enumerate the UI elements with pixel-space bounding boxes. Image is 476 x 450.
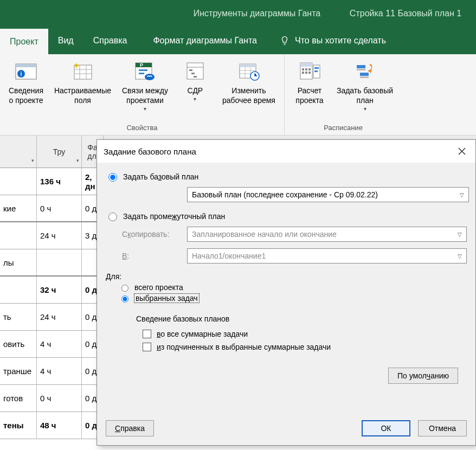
radio-label: Задать промежуточный план [123, 212, 225, 221]
chevron-down-icon: ▾ [144, 105, 146, 112]
tell-me[interactable]: Что вы хотите сделать [273, 27, 393, 54]
cell [0, 222, 37, 249]
cmd-label: Задать базовый план [337, 86, 393, 105]
tab-view[interactable]: Вид [48, 27, 83, 54]
into-combo[interactable]: Начало1/окончание1 ▽ [187, 248, 467, 263]
info-icon: i [15, 60, 37, 82]
cell: транше [0, 358, 37, 384]
svg-rect-23 [302, 72, 304, 74]
into-label: В: [122, 252, 182, 260]
combo-value: Начало1/окончание1 [192, 252, 266, 260]
cmd-label: Изменить рабочее время [222, 86, 275, 105]
help-button[interactable]: Справка [106, 420, 154, 436]
calendar-clock-icon [237, 60, 260, 82]
cmd-label: Расчет проекта [295, 86, 323, 105]
document-title: Стройка 11 Базовый план 1 [335, 9, 476, 18]
radio-set-interim[interactable]: Задать промежуточный план [106, 211, 467, 221]
cell: овить [0, 331, 37, 357]
svg-rect-13 [191, 73, 195, 74]
combo-value: Запланированное начало или окончание [192, 230, 337, 239]
cmd-set-baseline[interactable]: Задать базовый план ▾ [331, 56, 398, 112]
radio-scope-selected[interactable]: выбранных задач [119, 294, 467, 303]
col-header-work[interactable]: Тру▾ [37, 136, 82, 168]
svg-rect-24 [305, 72, 307, 74]
rollup-header: Сведение базовых планов [136, 314, 467, 323]
chevron-down-icon: ▽ [458, 232, 462, 237]
cancel-button[interactable]: Отмена [418, 420, 467, 436]
cell: 0 ч [37, 385, 82, 412]
cmd-project-info[interactable]: i Сведения о проекте [3, 56, 49, 105]
copy-label: Скопировать: [122, 230, 182, 239]
svg-rect-6 [136, 63, 152, 67]
title-bar: Инструменты диаграммы Ганта Стройка 11 Б… [0, 0, 476, 27]
tab-gantt-format[interactable]: Формат диаграммы Ганта [137, 27, 273, 54]
context-tab-title: Инструменты диаграммы Ганта [0, 9, 335, 18]
ribbon-group-properties: i Сведения о проекте Настраиваемые поля … [0, 54, 285, 135]
chk-label: из подчиненных в выбранные суммарные зад… [157, 343, 331, 351]
svg-rect-29 [357, 65, 365, 68]
copy-combo[interactable]: Запланированное начало или окончание ▽ [187, 227, 467, 242]
cmd-label: Связи между проектами [122, 86, 168, 105]
cell: 4 ч [37, 358, 82, 384]
group-label: Свойства [3, 121, 281, 135]
grid-sparkle-icon [71, 60, 94, 82]
cell: 0 ч [37, 195, 82, 221]
cell: 24 ч [37, 222, 82, 249]
ribbon-tabs: Проект Вид Справка Формат диаграммы Гант… [0, 27, 476, 54]
radio-input[interactable] [121, 285, 128, 292]
cell: 136 ч [37, 168, 82, 195]
cmd-custom-fields[interactable]: Настраиваемые поля [49, 56, 117, 105]
svg-rect-30 [357, 69, 365, 70]
svg-rect-21 [305, 68, 307, 70]
svg-rect-20 [302, 68, 304, 70]
project-link-icon: P [133, 60, 156, 82]
group-label: Расписание [288, 121, 398, 135]
svg-rect-22 [308, 68, 311, 70]
svg-rect-9 [139, 73, 144, 74]
cell [0, 277, 37, 303]
radio-input[interactable] [108, 173, 117, 182]
col-header[interactable]: ▾ [0, 136, 37, 168]
svg-text:i: i [21, 71, 22, 77]
radio-set-baseline[interactable]: Задать базовый план [106, 171, 467, 182]
checkbox-icon [143, 330, 151, 338]
scope-section: Для: всего проекта выбранных задач [106, 269, 467, 305]
dropdown-icon: ▾ [31, 158, 34, 163]
svg-rect-12 [189, 69, 192, 71]
svg-rect-31 [360, 73, 369, 76]
chk-rollup-all-summary[interactable]: во все суммарные задачи [143, 330, 467, 338]
svg-rect-25 [308, 72, 311, 74]
close-icon [458, 147, 466, 155]
scope-label: Для: [106, 272, 467, 281]
cell: ть [0, 304, 37, 330]
tab-project[interactable]: Проект [0, 27, 48, 54]
tell-me-label: Что вы хотите сделать [295, 36, 386, 46]
svg-rect-16 [240, 64, 256, 67]
cmd-project-links[interactable]: P Связи между проектами ▾ [117, 56, 173, 112]
svg-rect-14 [194, 76, 197, 78]
ribbon: i Сведения о проекте Настраиваемые поля … [0, 54, 476, 136]
chk-rollup-from-sub[interactable]: из подчиненных в выбранные суммарные зад… [143, 343, 467, 351]
dialog-title: Задание базового плана [104, 147, 196, 156]
radio-input[interactable] [108, 213, 117, 221]
baseline-combo[interactable]: Базовый план (последнее сохранение - Ср … [187, 187, 469, 202]
cell: 24 ч [37, 304, 82, 330]
cell: тены [0, 412, 37, 439]
ribbon-group-schedule: Расчет проекта Задать базовый план ▾ Рас… [285, 54, 402, 135]
svg-text:P: P [140, 62, 143, 68]
cell: лы [0, 249, 37, 275]
dialog-titlebar: Задание базового плана [97, 140, 475, 163]
cmd-wbs[interactable]: СДР ▾ [173, 56, 217, 102]
combo-value: Базовый план (последнее сохранение - Ср … [192, 190, 378, 199]
radio-scope-all[interactable]: всего проекта [119, 283, 467, 292]
calculator-icon [298, 60, 321, 82]
cmd-change-worktime[interactable]: Изменить рабочее время [217, 56, 281, 105]
defaults-button[interactable]: По умолчанию [388, 368, 458, 384]
set-baseline-dialog: Задание базового плана Задать базовый пл… [97, 139, 476, 446]
ok-button[interactable]: ОК [362, 420, 410, 436]
cmd-calc-project[interactable]: Расчет проекта [288, 56, 331, 105]
radio-input[interactable] [121, 295, 128, 303]
tab-help[interactable]: Справка [83, 27, 137, 54]
close-button[interactable] [454, 143, 470, 159]
cell [0, 168, 37, 195]
